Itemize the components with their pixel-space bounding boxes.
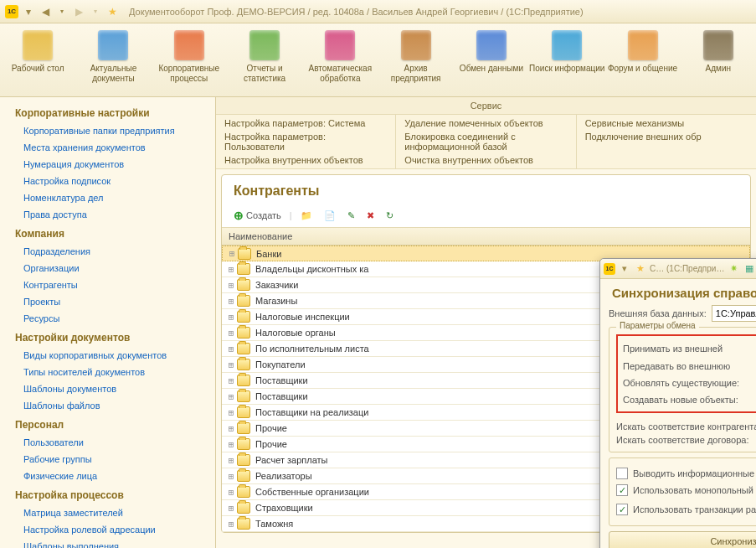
toolbar-item[interactable]: Поиск информации [529, 27, 604, 93]
create-button[interactable]: ⊕Создать [230, 207, 285, 224]
sidebar-item[interactable]: Настройка подписок [0, 173, 215, 189]
param-label: Передавать во внешнюю [623, 361, 756, 371]
trans-row: ✓Использовать транзакции размером ▲▼ зап… [616, 499, 756, 520]
sidebar-item[interactable]: Шаблоны файлов [0, 397, 215, 414]
col-name[interactable]: Наименование [229, 231, 685, 241]
home-icon[interactable]: ▦ [743, 262, 756, 276]
sidebar-item[interactable]: Рабочие группы [0, 451, 215, 468]
toolbar-item[interactable]: Админ [681, 27, 756, 93]
sidebar-item[interactable]: Шаблоны документов [0, 380, 215, 397]
sidebar-item[interactable]: Номенклатура дел [0, 189, 215, 206]
toolbar-item[interactable]: Рабочий стол [0, 27, 75, 93]
delete-button[interactable]: ✖ [363, 209, 378, 223]
expand-icon[interactable]: ⊞ [225, 471, 237, 482]
folder-icon [237, 502, 250, 514]
new-item-button[interactable]: 📄 [321, 209, 339, 223]
sidebar-item[interactable]: Права доступа [0, 206, 215, 223]
sidebar-item[interactable]: Нумерация документов [0, 156, 215, 173]
service-link[interactable]: Очистка внутренних объектов [404, 153, 567, 167]
expand-icon[interactable]: ⊞ [225, 344, 237, 354]
checkbox[interactable]: ✓ [616, 484, 628, 496]
favorite-icon[interactable]: ★ [634, 262, 647, 276]
refresh-button[interactable]: ↻ [383, 209, 397, 223]
sidebar: Корпоративные настройкиКорпоративные пап… [0, 97, 216, 548]
expand-icon[interactable]: ⊞ [225, 375, 237, 386]
col-code[interactable] [685, 231, 743, 241]
expand-icon[interactable]: ⊞ [225, 519, 237, 530]
toolbar-label: Архив предприятия [378, 64, 453, 84]
expand-icon[interactable]: ⊞ [225, 264, 237, 275]
checkbox[interactable] [616, 468, 628, 479]
expand-icon[interactable]: ⊞ [225, 359, 237, 370]
expand-icon[interactable]: ⊞ [225, 455, 237, 466]
expand-icon[interactable]: ⊞ [225, 487, 237, 498]
nav-back-dd-icon[interactable]: ▾ [55, 5, 69, 18]
folder-icon [237, 343, 250, 354]
service-column: Удаление помеченных объектовБлокировка с… [396, 115, 576, 168]
trans-label: Использовать транзакции размером [633, 504, 756, 514]
service-link[interactable]: Подключение внешних обр [585, 130, 748, 143]
favorite-icon[interactable]: ★ [105, 5, 119, 18]
toolbar-item[interactable]: Обмен данными [454, 27, 529, 93]
service-link[interactable]: Блокировка соединений с информационной б… [404, 130, 567, 153]
sidebar-item[interactable]: Матрица заместителей [0, 504, 215, 521]
sidebar-item[interactable]: Пользователи [0, 434, 215, 451]
service-link[interactable]: Удаление помеченных объектов [404, 116, 567, 130]
sidebar-item[interactable]: Места хранения документов [0, 139, 215, 156]
folder-icon [237, 263, 250, 275]
checkbox[interactable]: ✓ [616, 504, 628, 515]
sidebar-item[interactable]: Ресурсы [0, 310, 215, 327]
edit-button[interactable]: ✎ [344, 209, 358, 223]
expand-icon[interactable]: ⊞ [225, 423, 237, 434]
sidebar-item[interactable]: Физические лица [0, 468, 215, 484]
toolbar-label: Админ [681, 64, 756, 74]
service-link[interactable]: Настройка внутренних объектов [224, 153, 387, 167]
sidebar-item[interactable]: Виды корпоративных документов [0, 347, 215, 364]
toolbar-item[interactable]: Корпоративные процессы [152, 27, 227, 93]
toolbar-item[interactable]: Архив предприятия [378, 27, 453, 93]
new-folder-button[interactable]: 📁 [297, 209, 316, 223]
sidebar-item[interactable]: Настройка ролевой адресации [0, 521, 215, 538]
service-link[interactable]: Настройка параметров: Система [224, 116, 387, 130]
sidebar-item[interactable]: Подразделения [0, 243, 215, 260]
service-link[interactable]: Сервисные механизмы [585, 116, 748, 130]
sidebar-item[interactable]: Контрагенты [0, 277, 215, 293]
sidebar-item[interactable]: Организации [0, 260, 215, 277]
folder-icon [238, 248, 251, 260]
expand-icon[interactable]: ⊞ [225, 503, 237, 514]
dropdown-icon[interactable]: ▾ [22, 5, 35, 18]
sync-dialog: 1C ▾ ★ С… (1С:Предпри… ✷ ▦ ▤ 31 M M+ M- … [599, 258, 756, 548]
list-toolbar: ⊕Создать | 📁 📄 ✎ ✖ ↻ [222, 204, 750, 228]
nav-fwd-icon[interactable]: ▶ [72, 5, 85, 18]
dropdown-icon[interactable]: ▾ [618, 262, 631, 276]
expand-icon[interactable]: ⊞ [225, 296, 237, 307]
toolbar-item[interactable]: Автоматическая обработка [302, 27, 378, 93]
toolbar-item[interactable]: Форум и общение [604, 27, 680, 93]
sidebar-item[interactable]: Типы носителей документов [0, 364, 215, 380]
nav-back-icon[interactable]: ◀ [39, 5, 52, 18]
sidebar-section: Компания [0, 223, 215, 243]
fav2-icon[interactable]: ✷ [727, 262, 740, 276]
expand-icon[interactable]: ⊞ [225, 439, 237, 450]
sidebar-item[interactable]: Проекты [0, 293, 215, 310]
expand-icon[interactable]: ⊞ [226, 248, 238, 259]
toolbar-item[interactable]: Актуальные документы [75, 27, 151, 93]
expand-icon[interactable]: ⊞ [225, 391, 237, 402]
sync-button[interactable]: Синхронизировать справочники [609, 531, 756, 548]
sidebar-section: Персонал [0, 414, 215, 434]
expand-icon[interactable]: ⊞ [225, 280, 237, 291]
nav-fwd-dd-icon[interactable]: ▾ [89, 5, 102, 18]
expand-icon[interactable]: ⊞ [225, 328, 237, 339]
toolbar-icon [552, 30, 582, 60]
folder-icon [237, 359, 250, 370]
service-column: Сервисные механизмыПодключение внешних о… [577, 115, 756, 168]
sidebar-item[interactable]: Шаблоны выполнения [0, 538, 215, 548]
toolbar-item[interactable]: Отчеты и статистика [227, 27, 302, 93]
expand-icon[interactable]: ⊞ [225, 312, 237, 323]
sidebar-item[interactable]: Корпоративные папки предприятия [0, 122, 215, 139]
service-link[interactable]: Настройка параметров: Пользователи [224, 130, 387, 153]
toolbar-icon [628, 30, 658, 60]
extdb-input[interactable] [712, 305, 756, 322]
toolbar-label: Обмен данными [454, 64, 529, 74]
expand-icon[interactable]: ⊞ [225, 407, 237, 418]
